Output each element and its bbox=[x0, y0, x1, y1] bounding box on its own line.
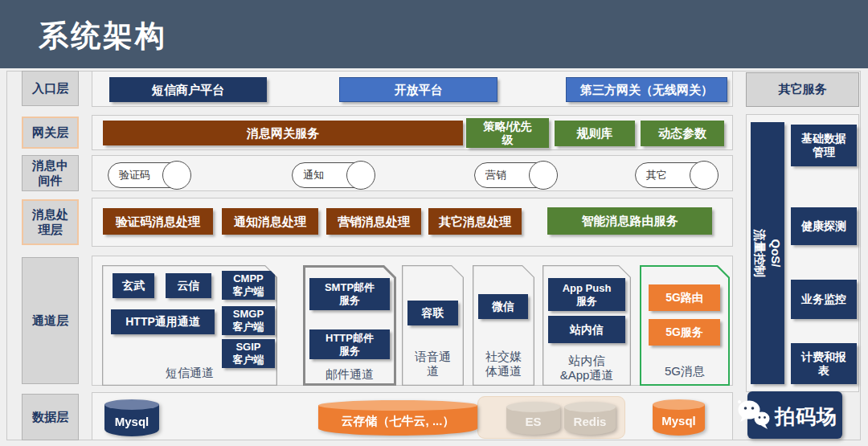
watermark-badge: 拍码场 bbox=[747, 391, 842, 439]
queue-pill-marketing: 营销 bbox=[474, 162, 555, 188]
gateway-box-dynamic-params: 动态参数 bbox=[641, 121, 724, 146]
processing-box-marketing: 营销消息处理 bbox=[326, 208, 421, 235]
service-box-biz-monitor: 业务监控 bbox=[791, 280, 857, 319]
channel-group-inapp: App Push 服务 站内信 站内信 &App通道 bbox=[542, 265, 631, 386]
layer-label-channel: 通道层 bbox=[22, 257, 79, 384]
layer-label-middleware: 消息中 间件 bbox=[22, 155, 79, 191]
qos-label: QoS/ 流量控制 bbox=[752, 229, 784, 277]
entry-box-open-platform: 开放平台 bbox=[339, 77, 497, 102]
queue-pill-other: 其它 bbox=[635, 162, 715, 188]
channel-box-sgip-client: SGIP 客户端 bbox=[222, 339, 275, 368]
channel-group-caption: 语音通 道 bbox=[402, 350, 464, 380]
gateway-service-box: 消息网关服务 bbox=[103, 121, 463, 145]
other-services-header: 其它服务 bbox=[746, 72, 859, 107]
channel-group-caption: 5G消息 bbox=[640, 364, 730, 379]
es-cylinder: ES bbox=[506, 402, 560, 435]
gateway-box-rules: 规则库 bbox=[555, 121, 635, 146]
channel-box-wechat: 微信 bbox=[478, 294, 528, 319]
queue-icon bbox=[529, 161, 558, 190]
mysql-cylinder: Mysql bbox=[104, 399, 159, 436]
channel-group-caption: 短信通道 bbox=[102, 366, 277, 381]
channel-box-cmpp-client: CMPP 客户端 bbox=[222, 271, 275, 300]
qos-flow-control-bar: QoS/ 流量控制 bbox=[751, 122, 784, 384]
processing-box-notify: 通知消息处理 bbox=[222, 208, 318, 235]
channel-box-app-push: App Push 服务 bbox=[548, 278, 625, 311]
service-box-billing-report: 计费和报 表 bbox=[791, 343, 857, 384]
channel-box-xuanwu: 玄武 bbox=[113, 273, 154, 298]
channel-group-caption: 站内信 &App通道 bbox=[542, 354, 631, 384]
channel-box-http-mail: HTTP邮件 服务 bbox=[309, 329, 390, 359]
queue-pill-notify: 通知 bbox=[292, 162, 372, 188]
slide: 系统架构 入口层 网关层 消息中 间件 消息处 理层 通道层 数据层 短信商户平… bbox=[0, 0, 868, 446]
channel-box-ronglian: 容联 bbox=[407, 301, 458, 325]
channel-group-sms: 玄武 云信 CMPP 客户端 HTTP通用通道 SMGP 客户端 SGIP 客户… bbox=[102, 265, 277, 386]
queue-pill-captcha: 验证码 bbox=[108, 162, 188, 188]
watermark-text: 拍码场 bbox=[775, 403, 837, 430]
cloud-storage-cylinder: 云存储（七牛云, ...） bbox=[318, 400, 477, 436]
wechat-icon bbox=[735, 398, 773, 432]
gateway-box-strategy: 策略/优先 级 bbox=[466, 118, 549, 148]
layer-label-processing: 消息处 理层 bbox=[22, 199, 79, 245]
channel-box-yunxin: 云信 bbox=[166, 273, 211, 298]
channel-box-site-message: 站内信 bbox=[548, 316, 625, 343]
channel-group-voice: 容联 语音通 道 bbox=[402, 265, 464, 386]
entry-box-third-party-gateway: 第三方网关（无线网关） bbox=[566, 77, 727, 102]
header-bar: 系统架构 bbox=[0, 0, 868, 68]
page-title: 系统架构 bbox=[39, 16, 167, 56]
redis-cylinder: Redis bbox=[564, 402, 616, 435]
mysql-orange-cylinder: Mysql bbox=[653, 399, 705, 436]
layer-label-gateway: 网关层 bbox=[22, 117, 79, 149]
channel-box-smgp-client: SMGP 客户端 bbox=[222, 306, 275, 335]
channel-box-5g-service: 5G服务 bbox=[649, 319, 720, 346]
layer-label-data: 数据层 bbox=[22, 394, 79, 440]
queue-icon bbox=[162, 161, 191, 190]
channel-group-5g: 5G路由 5G服务 5G消息 bbox=[640, 265, 730, 386]
channel-group-mail: SMTP邮件 服务 HTTP邮件 服务 邮件通道 bbox=[303, 265, 396, 386]
processing-box-smart-router: 智能消息路由服务 bbox=[547, 207, 712, 235]
channel-box-http-generic: HTTP通用通道 bbox=[111, 309, 215, 334]
service-box-health-check: 健康探测 bbox=[791, 207, 857, 245]
layer-label-entry: 入口层 bbox=[22, 71, 79, 106]
entry-box-sms-merchant: 短信商户平台 bbox=[109, 77, 267, 102]
channel-group-caption: 邮件通道 bbox=[303, 367, 396, 383]
service-box-base-data: 基础数据 管理 bbox=[791, 125, 857, 166]
channel-group-caption: 社交媒 体通道 bbox=[473, 350, 534, 380]
queue-icon bbox=[346, 161, 375, 190]
processing-box-captcha: 验证码消息处理 bbox=[103, 208, 213, 235]
processing-box-other: 其它消息处理 bbox=[428, 208, 522, 235]
channel-box-smtp-mail: SMTP邮件 服务 bbox=[309, 278, 390, 310]
queue-icon bbox=[690, 161, 719, 190]
channel-group-social: 微信 社交媒 体通道 bbox=[473, 265, 534, 386]
channel-box-5g-route: 5G路由 bbox=[649, 284, 720, 311]
